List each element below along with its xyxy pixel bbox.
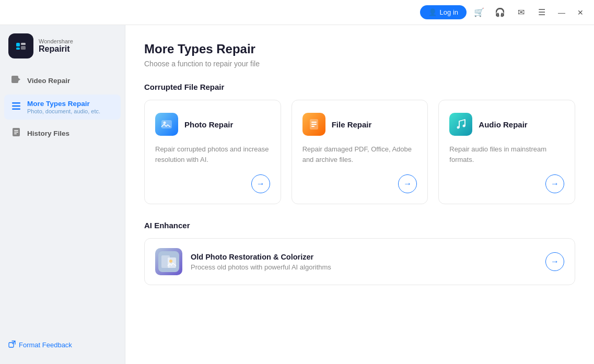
file-repair-icon: [302, 113, 325, 136]
svg-point-22: [463, 125, 465, 127]
photo-repair-icon: [155, 113, 178, 136]
product-name: Repairit: [39, 44, 73, 54]
svg-rect-19: [311, 124, 317, 125]
svg-marker-6: [18, 78, 20, 81]
sidebar-item-history-files[interactable]: History Files: [4, 122, 121, 145]
svg-rect-11: [14, 130, 18, 131]
more-types-content: More Types Repair Photo, document, audio…: [27, 100, 100, 114]
svg-rect-20: [311, 126, 315, 127]
mail-icon[interactable]: ✉: [513, 4, 529, 21]
corrupted-file-repair-section: Corrupted File Repair Photo Repair: [144, 83, 575, 204]
card-title: Audio Repair: [479, 120, 527, 129]
old-photo-icon: [155, 248, 182, 275]
app-logo: Wondershare Repairit: [0, 33, 125, 69]
wide-card-desc: Process old photos with powerful AI algo…: [191, 263, 537, 271]
sidebar: Wondershare Repairit Video Repair: [0, 25, 125, 364]
card-header: File Repair: [302, 113, 417, 136]
card-arrow: →: [155, 174, 270, 193]
cart-icon[interactable]: 🛒: [471, 4, 487, 21]
brand-name: Wondershare: [39, 38, 73, 44]
svg-rect-2: [16, 48, 20, 50]
svg-rect-13: [14, 134, 17, 135]
wide-card-arrow: →: [545, 252, 564, 271]
card-header: Audio Repair: [449, 113, 564, 136]
title-bar: 👤 Log in 🛒 🎧 ✉ ☰ — ✕: [0, 0, 594, 25]
svg-point-16: [164, 122, 166, 124]
photo-repair-card[interactable]: Photo Repair Repair corrupted photos and…: [144, 100, 281, 204]
audio-repair-arrow[interactable]: →: [545, 174, 564, 193]
card-title: Photo Repair: [184, 120, 233, 129]
card-header: Photo Repair: [155, 113, 270, 136]
minimize-button[interactable]: —: [554, 5, 569, 20]
menu-icon[interactable]: ☰: [533, 4, 550, 21]
svg-point-26: [169, 260, 172, 263]
card-arrow: →: [302, 174, 417, 193]
sidebar-item-sub: Photo, document, audio, etc.: [27, 108, 100, 114]
sidebar-nav: Video Repair More Types Repair Photo, do…: [0, 69, 125, 334]
cards-grid: Photo Repair Repair corrupted photos and…: [144, 100, 575, 204]
svg-rect-5: [11, 76, 18, 83]
svg-rect-7: [12, 102, 20, 104]
user-icon: 👤: [428, 8, 437, 16]
old-photo-restoration-card[interactable]: Old Photo Restoration & Colorizer Proces…: [144, 238, 575, 285]
svg-rect-0: [14, 39, 28, 53]
old-photo-content: Old Photo Restoration & Colorizer Proces…: [191, 253, 537, 271]
page-subtitle: Choose a function to repair your file: [144, 60, 575, 68]
sidebar-item-video-repair[interactable]: Video Repair: [4, 69, 121, 92]
close-button[interactable]: ✕: [573, 5, 588, 20]
headset-icon[interactable]: 🎧: [492, 4, 508, 21]
svg-rect-4: [21, 46, 26, 50]
history-files-icon: [10, 127, 22, 140]
card-desc: Repair corrupted photos and increase res…: [155, 144, 270, 166]
svg-rect-1: [16, 43, 20, 46]
ai-enhancer-section: AI Enhancer: [144, 221, 575, 285]
more-types-icon: [10, 101, 22, 114]
main-layout: Wondershare Repairit Video Repair: [0, 25, 594, 364]
svg-rect-12: [14, 132, 18, 133]
page-title: More Types Repair: [144, 42, 575, 56]
file-repair-arrow[interactable]: →: [398, 174, 417, 193]
format-feedback-link[interactable]: Format Feedback: [8, 340, 117, 349]
video-repair-icon: [10, 74, 22, 87]
sidebar-item-label: Video Repair: [27, 77, 70, 85]
format-feedback-label: Format Feedback: [19, 341, 72, 349]
section-title-corrupted: Corrupted File Repair: [144, 83, 575, 91]
history-files-content: History Files: [27, 130, 69, 137]
svg-rect-25: [168, 257, 176, 268]
card-title: File Repair: [332, 120, 372, 129]
svg-rect-8: [12, 105, 20, 107]
file-repair-card[interactable]: File Repair Repair damaged PDF, Office, …: [292, 100, 428, 204]
card-desc: Repair damaged PDF, Office, Adobe and ar…: [302, 144, 417, 166]
logo-text: Wondershare Repairit: [39, 38, 73, 54]
external-link-icon: [8, 340, 16, 349]
sidebar-footer: Format Feedback: [0, 334, 125, 356]
svg-rect-3: [21, 43, 26, 45]
card-desc: Repair audio files in mainstream formats…: [449, 144, 564, 166]
svg-rect-9: [12, 108, 20, 110]
sidebar-item-more-types-repair[interactable]: More Types Repair Photo, document, audio…: [4, 95, 121, 120]
sidebar-item-label: More Types Repair: [27, 100, 100, 108]
video-repair-content: Video Repair: [27, 77, 70, 85]
svg-rect-15: [161, 120, 172, 128]
login-label: Log in: [440, 8, 458, 16]
svg-point-21: [457, 126, 460, 129]
audio-repair-icon: [449, 113, 472, 136]
photo-repair-arrow[interactable]: →: [251, 174, 270, 193]
old-photo-arrow[interactable]: →: [545, 252, 564, 271]
card-arrow: →: [449, 174, 564, 193]
svg-rect-18: [311, 122, 317, 123]
section-title-ai: AI Enhancer: [144, 221, 575, 230]
content-area: More Types Repair Choose a function to r…: [125, 25, 594, 364]
audio-repair-card[interactable]: Audio Repair Repair audio files in mains…: [438, 100, 575, 204]
sidebar-item-label: History Files: [27, 130, 69, 137]
title-bar-actions: 👤 Log in 🛒 🎧 ✉ ☰ — ✕: [420, 4, 588, 21]
login-button[interactable]: 👤 Log in: [420, 5, 467, 19]
wide-card-title: Old Photo Restoration & Colorizer: [191, 253, 537, 261]
logo-icon: [8, 33, 33, 58]
